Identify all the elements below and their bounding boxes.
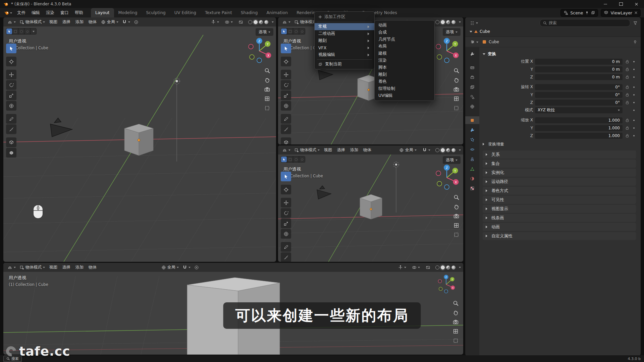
zoom-icon[interactable]	[453, 68, 459, 73]
camera-view-icon[interactable]	[453, 213, 459, 219]
section-line-art[interactable]: 线条画	[483, 214, 636, 222]
menu-edit[interactable]: 编辑	[29, 9, 43, 17]
tab-shading[interactable]: Shading	[236, 8, 262, 17]
select-mode-box[interactable]	[287, 28, 293, 34]
tab-layout[interactable]: Layout	[91, 8, 114, 17]
new-scene-icon[interactable]	[591, 11, 595, 15]
transform-orientation[interactable]: 全局	[99, 18, 120, 25]
select-mode-extra[interactable]	[31, 28, 36, 34]
tool-scale[interactable]	[6, 90, 16, 100]
snap-toggle[interactable]	[120, 19, 132, 25]
shading-rendered-button[interactable]	[451, 20, 455, 24]
section-delta-transform[interactable]: 变换增量	[483, 140, 636, 148]
animate-dot[interactable]	[632, 102, 636, 103]
section-relations[interactable]: 关系	[483, 150, 636, 159]
maximize-button[interactable]	[613, 0, 629, 8]
camera-view-icon[interactable]	[264, 86, 270, 92]
render-region-icon[interactable]	[453, 232, 459, 238]
navigation-gizmo[interactable]: Z Y X	[433, 36, 461, 64]
proportional-editing-toggle[interactable]	[132, 19, 140, 25]
submenu-item-compositing[interactable]: 合成	[375, 29, 434, 36]
mode-selector[interactable]: 物体模式	[18, 264, 47, 271]
camera-object[interactable]	[50, 118, 72, 137]
tab-uv-editing[interactable]: UV Editing	[170, 8, 201, 17]
menu-item-video-editing[interactable]: 视频编辑	[315, 51, 374, 58]
location-y-field[interactable]: 0 m	[535, 66, 623, 72]
submenu-item-animation[interactable]: 动画	[375, 22, 434, 29]
select-mode-tweak[interactable]	[281, 157, 287, 162]
animate-dot[interactable]	[632, 86, 636, 88]
close-icon[interactable]	[634, 11, 638, 14]
chevron-down-icon[interactable]	[459, 21, 461, 24]
tool-rotate[interactable]	[281, 208, 291, 218]
submenu-item-uv-editing[interactable]: UV编辑	[375, 92, 434, 99]
scale-z-field[interactable]: 1.000	[535, 133, 623, 139]
transform-orientation[interactable]: 全局	[160, 264, 180, 271]
submenu-item-sculpting[interactable]: 雕刻	[375, 71, 434, 78]
menu-item-2d-animation[interactable]: 二维动画	[315, 30, 374, 37]
animate-dot[interactable]	[632, 120, 636, 121]
tool-add-cube[interactable]	[281, 137, 291, 144]
tool-options-button[interactable]: 选项	[443, 156, 461, 164]
section-motion-paths[interactable]: 运动路径	[483, 178, 636, 186]
tab-modifiers[interactable]	[465, 126, 479, 134]
pan-hand-icon[interactable]	[453, 204, 459, 209]
tool-select-box[interactable]	[6, 44, 16, 53]
select-mode-circle[interactable]	[293, 157, 299, 162]
menu-item-vfx[interactable]: VFX	[315, 44, 374, 51]
select-mode-lasso[interactable]	[299, 157, 305, 162]
submenu-item-shading[interactable]: 着色	[375, 78, 434, 85]
tab-output[interactable]	[465, 73, 479, 81]
navigation-gizmo[interactable]: Z Y X	[245, 36, 273, 64]
submenu-item-geometry-nodes[interactable]: 几何节点	[375, 36, 434, 43]
render-region-icon[interactable]	[264, 105, 270, 111]
rotation-y-field[interactable]: 0°	[535, 92, 623, 98]
menu-item-general[interactable]: 常规	[315, 23, 374, 30]
menu-item-duplicate-current[interactable]: 复制当前	[315, 61, 374, 68]
tool-add-cube[interactable]	[6, 137, 16, 147]
viewport-middle-right[interactable]: 物体模式 视图 选择 添加 物体 全局	[278, 145, 463, 262]
xray-toggle[interactable]	[237, 19, 245, 25]
shading-solid-button[interactable]	[254, 20, 258, 24]
ortho-grid-icon[interactable]	[453, 328, 459, 334]
shading-rendered-button[interactable]	[264, 20, 268, 24]
tool-annotate[interactable]	[281, 242, 291, 252]
blender-menu-button[interactable]	[2, 10, 14, 16]
render-region-icon[interactable]	[453, 105, 459, 111]
viewport-menu-add[interactable]: 添加	[73, 18, 86, 26]
tab-texture[interactable]	[465, 184, 479, 192]
tool-transform[interactable]	[281, 101, 291, 111]
lock-icon[interactable]	[625, 85, 630, 89]
viewport-top-left[interactable]: 物体模式 视图 选择 添加 物体 全局	[3, 17, 276, 262]
tool-annotate[interactable]	[6, 114, 16, 124]
tab-constraints[interactable]	[465, 155, 479, 163]
pan-hand-icon[interactable]	[264, 77, 270, 83]
lock-icon[interactable]	[625, 93, 630, 97]
animate-dot[interactable]	[632, 94, 636, 96]
menu-window[interactable]: 窗口	[57, 9, 72, 17]
tab-particles[interactable]	[465, 136, 479, 143]
camera-object[interactable]	[317, 186, 331, 199]
render-region-icon[interactable]	[453, 338, 459, 344]
camera-view-icon[interactable]	[453, 319, 459, 325]
viewport-menu-object[interactable]: 物体	[86, 263, 99, 271]
tool-transform[interactable]	[281, 229, 291, 239]
tool-cursor[interactable]	[281, 185, 291, 194]
editor-type-button[interactable]	[280, 19, 292, 25]
ortho-grid-icon[interactable]	[453, 96, 459, 102]
zoom-icon[interactable]	[453, 194, 459, 200]
tool-move[interactable]	[281, 198, 291, 207]
pin-id-button[interactable]	[633, 40, 637, 44]
shading-material-button[interactable]	[259, 20, 263, 24]
rotation-mode-dropdown[interactable]: XYZ 欧拉	[535, 107, 623, 113]
shading-solid-button[interactable]	[441, 265, 445, 269]
shading-material-button[interactable]	[446, 20, 450, 24]
viewport-menu-add[interactable]: 添加	[73, 263, 86, 271]
section-custom-properties[interactable]: 自定义属性	[483, 232, 636, 240]
navigation-gizmo[interactable]: Z Y X	[436, 274, 457, 294]
viewport-menu-view[interactable]: 视图	[47, 263, 60, 271]
section-instancing[interactable]: 实例化	[483, 169, 636, 177]
submenu-item-rendering[interactable]: 渲染	[375, 57, 434, 64]
animate-dot[interactable]	[632, 110, 636, 111]
location-x-field[interactable]: 0 m	[535, 59, 623, 65]
